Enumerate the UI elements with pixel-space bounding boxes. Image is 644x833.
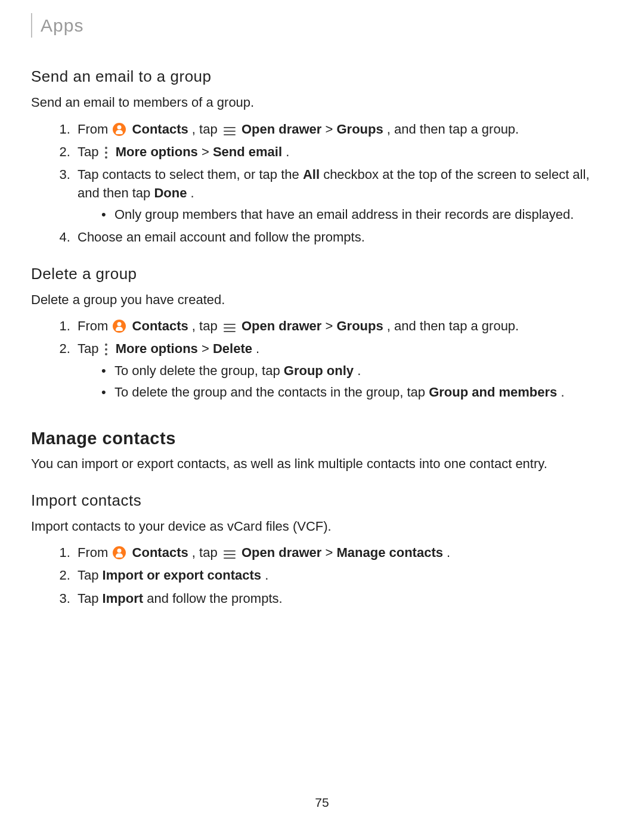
- heading-manage-contacts: Manage contacts: [31, 426, 613, 450]
- step: Choose an email account and follow the p…: [74, 228, 613, 246]
- label-group-and-members: Group and members: [429, 385, 557, 400]
- text: Tap contacts to select them, or tap the: [78, 167, 303, 182]
- sub-list: Only group members that have an email ad…: [78, 206, 613, 224]
- text: >: [325, 122, 336, 137]
- text: .: [256, 341, 259, 356]
- contacts-icon: [113, 123, 126, 136]
- text: .: [561, 385, 564, 400]
- label-manage-contacts: Manage contacts: [336, 545, 443, 560]
- text: .: [286, 144, 289, 159]
- label-groups: Groups: [336, 122, 383, 137]
- open-drawer-icon: [224, 126, 236, 136]
- text: To only delete the group, tap: [114, 363, 284, 378]
- open-drawer-icon: [224, 550, 236, 559]
- open-drawer-icon: [224, 323, 236, 333]
- label-send-email: Send email: [213, 144, 282, 159]
- label-groups: Groups: [336, 318, 383, 333]
- text: From: [78, 122, 112, 137]
- breadcrumb: Apps: [31, 13, 613, 38]
- text: Import contacts to your device as vCard …: [31, 518, 613, 535]
- step: Tap Import or export contacts .: [74, 566, 613, 584]
- text: >: [202, 341, 213, 356]
- step: Tap contacts to select them, or tap the …: [74, 166, 613, 224]
- list-item: Only group members that have an email ad…: [101, 206, 613, 224]
- label-delete: Delete: [213, 341, 252, 356]
- label-done: Done: [154, 185, 187, 200]
- page-number: 75: [0, 794, 644, 812]
- contacts-icon: [113, 320, 126, 333]
- label-open-drawer: Open drawer: [242, 545, 321, 560]
- heading-send-email-group: Send an email to a group: [31, 66, 613, 88]
- text: Tap: [78, 341, 103, 356]
- contacts-icon: [113, 546, 126, 559]
- list-item: To only delete the group, tap Group only…: [101, 362, 613, 380]
- text: .: [265, 568, 268, 583]
- step: Tap Import and follow the prompts.: [74, 590, 613, 608]
- step: From Contacts , tap Open drawer > Groups…: [74, 120, 613, 138]
- text: , and then tap a group.: [387, 122, 519, 137]
- text: , and then tap a group.: [387, 318, 519, 333]
- text: .: [357, 363, 361, 378]
- label-more-options: More options: [116, 341, 198, 356]
- label-group-only: Group only: [284, 363, 354, 378]
- step: From Contacts , tap Open drawer > Manage…: [74, 544, 613, 562]
- text: , tap: [192, 318, 221, 333]
- label-import: Import: [103, 591, 143, 606]
- sub-list: To only delete the group, tap Group only…: [78, 362, 613, 402]
- steps-list: From Contacts , tap Open drawer > Groups…: [31, 120, 613, 247]
- text: >: [202, 144, 213, 159]
- text: Send an email to members of a group.: [31, 94, 613, 112]
- more-options-icon: [104, 343, 109, 355]
- label-contacts: Contacts: [132, 545, 188, 560]
- list-item: To delete the group and the contacts in …: [101, 383, 613, 401]
- heading-delete-group: Delete a group: [31, 264, 613, 285]
- text: >: [325, 545, 336, 560]
- text: Delete a group you have created.: [31, 291, 613, 309]
- text: and follow the prompts.: [147, 591, 282, 606]
- step: Tap More options > Send email .: [74, 143, 613, 161]
- steps-list: From Contacts , tap Open drawer > Manage…: [31, 544, 613, 608]
- step: From Contacts , tap Open drawer > Groups…: [74, 317, 613, 335]
- text: From: [78, 318, 112, 333]
- text: To delete the group and the contacts in …: [114, 385, 429, 400]
- heading-import-contacts: Import contacts: [31, 490, 613, 512]
- text: .: [191, 185, 194, 200]
- label-open-drawer: Open drawer: [242, 122, 321, 137]
- text: From: [78, 545, 112, 560]
- more-options-icon: [104, 147, 109, 159]
- text: >: [325, 318, 336, 333]
- label-all: All: [303, 167, 320, 182]
- text: Tap: [78, 591, 103, 606]
- text: , tap: [192, 122, 221, 137]
- label-open-drawer: Open drawer: [242, 318, 321, 333]
- label-import-export: Import or export contacts: [103, 568, 261, 583]
- text: Tap: [78, 144, 103, 159]
- label-contacts: Contacts: [132, 122, 188, 137]
- text: , tap: [192, 545, 221, 560]
- text: .: [447, 545, 450, 560]
- step: Tap More options > Delete . To only dele…: [74, 340, 613, 401]
- text: Tap: [78, 568, 103, 583]
- text: You can import or export contacts, as we…: [31, 455, 613, 473]
- steps-list: From Contacts , tap Open drawer > Groups…: [31, 317, 613, 401]
- label-more-options: More options: [116, 144, 198, 159]
- label-contacts: Contacts: [132, 318, 188, 333]
